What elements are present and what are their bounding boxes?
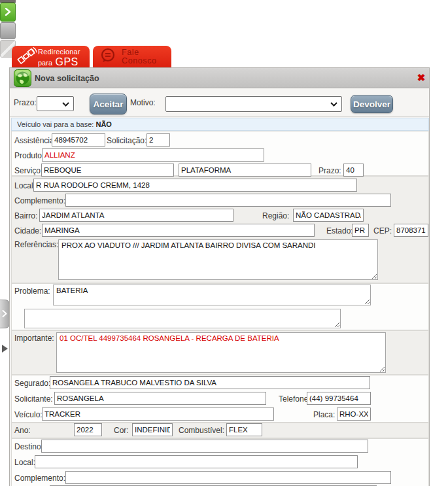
bairro-input[interactable]: [39, 209, 233, 222]
close-icon[interactable]: ✖: [415, 72, 427, 84]
bairro-label: Bairro:: [14, 211, 37, 220]
solicitante-input[interactable]: [54, 392, 266, 405]
cep-input[interactable]: [394, 224, 428, 237]
destino-local-label: Local:: [14, 458, 35, 467]
destino-complemento-input[interactable]: [65, 471, 391, 484]
expand-caret-icon[interactable]: [2, 345, 8, 353]
servico-tipo-input[interactable]: [179, 164, 311, 177]
placa-label: Placa:: [313, 410, 335, 419]
chevron-down-icon: [62, 102, 69, 107]
ano-label: Ano:: [14, 426, 31, 435]
motivo-label: Motivo:: [130, 98, 156, 107]
importante-textarea[interactable]: 01 OC/TEL 4499735464 ROSANGELA - RECARGA…: [56, 332, 386, 373]
sidebar-expand-button[interactable]: [0, 3, 16, 22]
prazo-input[interactable]: [343, 164, 364, 177]
placa-input[interactable]: [337, 408, 371, 421]
chevron-down-icon: [330, 102, 337, 107]
redirect-gps-button[interactable]: Redirecionar para GPS: [12, 46, 90, 68]
prazo-toolbar-label: Prazo:: [14, 98, 37, 107]
destino-label: Destino:: [14, 442, 43, 451]
servico-input[interactable]: [41, 164, 174, 177]
combustivel-label: Combustível:: [179, 426, 224, 435]
produto-label: Produto:: [14, 151, 44, 160]
sidebar-gray-button[interactable]: [0, 22, 16, 39]
complemento-input[interactable]: [65, 194, 391, 207]
extra-note-textarea[interactable]: [24, 309, 341, 328]
cidade-input[interactable]: [42, 224, 315, 237]
veiculo-label: Veículo:: [14, 410, 43, 419]
problema-label: Problema:: [14, 286, 50, 296]
satellite-icon: [16, 46, 37, 67]
page: Redirecionar para GPS Fale Conosco: [0, 0, 448, 486]
veiculo-input[interactable]: [42, 408, 274, 421]
segurado-input[interactable]: [50, 376, 370, 389]
fale-conosco-button[interactable]: Fale Conosco: [93, 46, 171, 68]
base-info-bar: Veículo vai para a base: NÃO: [11, 118, 429, 131]
cor-input[interactable]: [132, 423, 173, 436]
produto-input[interactable]: [42, 148, 264, 162]
devolver-button[interactable]: Devolver: [351, 95, 393, 113]
nova-solicitacao-dialog: Nova solicitação ✖ Prazo: Aceitar Motivo…: [9, 67, 430, 486]
destino-complemento-label: Complemento:: [14, 474, 65, 483]
estado-label: Estado:: [326, 226, 353, 235]
chevron-right-icon: [5, 7, 11, 18]
solicitacao-label: Solicitação:: [107, 136, 146, 145]
cep-label: CEP:: [373, 226, 392, 235]
panel-splitter-tab[interactable]: [0, 300, 10, 328]
telefone-label: Telefone:: [279, 394, 311, 404]
referencias-textarea[interactable]: PROX AO VIADUTO /// JARDIM ATLANTA BAIRR…: [58, 239, 378, 280]
cidade-label: Cidade:: [14, 226, 41, 235]
local-input[interactable]: [33, 179, 357, 192]
combustivel-input[interactable]: [226, 423, 262, 436]
problema-textarea[interactable]: BATERIA: [53, 285, 371, 305]
solicitante-label: Solicitante:: [14, 394, 53, 404]
contact-button-label: Fale Conosco: [122, 48, 157, 65]
aceitar-button[interactable]: Aceitar: [90, 94, 127, 114]
base-info-text: Veículo vai para a base:: [17, 120, 94, 128]
dialog-header: Nova solicitação ✖: [10, 68, 429, 88]
importante-label: Importante:: [14, 334, 54, 343]
prazo-label: Prazo:: [319, 166, 341, 175]
referencias-label: Referências:: [14, 240, 58, 249]
servico-label: Serviço:: [14, 166, 43, 175]
regiao-label: Região:: [262, 211, 289, 220]
segurado-label: Segurado:: [14, 379, 50, 388]
regiao-input[interactable]: [293, 209, 364, 222]
assistencia-input[interactable]: [52, 133, 105, 147]
complemento-label: Complemento:: [14, 196, 65, 205]
telefone-input[interactable]: [307, 392, 371, 405]
base-info-value: NÃO: [95, 120, 111, 128]
dialog-title: Nova solicitação: [35, 74, 99, 83]
solicitacao-input[interactable]: [146, 133, 170, 147]
prazo-select[interactable]: [37, 96, 74, 111]
assistencia-label: Assistência:: [14, 136, 56, 145]
globe-icon: [14, 69, 31, 90]
estado-input[interactable]: [352, 224, 369, 237]
chat-bubble-icon: [99, 47, 116, 67]
chevron-right-icon: [2, 308, 7, 320]
destino-local-input[interactable]: [35, 455, 358, 468]
gps-button-label: Redirecionar para GPS: [38, 46, 80, 68]
cor-label: Cor:: [114, 426, 129, 435]
local-label: Local:: [14, 181, 35, 190]
destino-input[interactable]: [41, 440, 368, 453]
motivo-select[interactable]: [165, 96, 342, 112]
ano-input[interactable]: [74, 423, 102, 436]
